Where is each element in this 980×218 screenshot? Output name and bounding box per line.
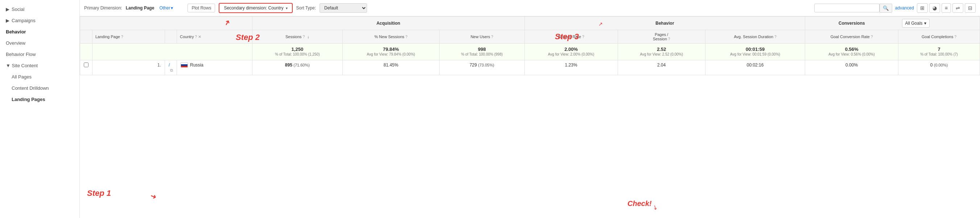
sidebar-item-behavior-flow[interactable]: Behavior Flow [0,49,80,60]
col-header-avg-session[interactable]: Avg. Session Duration ? [705,30,805,43]
sidebar-item-campaigns-label: Campaigns [12,18,35,23]
row1-sessions-pct: (71.60%) [293,63,310,67]
pie-view-button[interactable]: ◕ [929,3,940,13]
sort-type-select[interactable]: Default Weighted Absolute Change Smart [320,3,367,13]
sidebar-item-content-drilldown[interactable]: Content Drilldown [0,82,80,94]
all-goals-button[interactable]: All Goals ▾ [902,19,929,27]
goal-completions-help-icon[interactable]: ? [954,35,956,39]
row1-goal-completions-value: 0 [930,63,933,67]
pivot-view-button[interactable]: ⊟ [965,3,976,13]
row1-checkbox[interactable] [84,63,89,67]
campaigns-arrow-icon: ▶ [6,18,10,23]
primary-dimension-value: Landing Page [126,5,154,11]
sessions-sort-icon: ↓ [307,35,309,39]
col-header-copy [165,30,177,43]
sidebar-item-social[interactable]: ▶ Social [0,4,80,15]
summary-goal-conversion-rate-sub: Avg for View: 0.56% (0.00%) [809,52,894,57]
row1-new-users-value: 729 [470,63,477,67]
summary-label-cell [92,43,253,60]
sessions-help-icon[interactable]: ? [303,35,305,39]
summary-avg-session: 00:01:59 Avg for View: 00:01:59 (0.00%) [705,43,805,60]
col-header-checkbox [80,30,92,43]
row1-pct-new-sessions: 81.45% [343,60,439,75]
row1-new-users: 729 (73.05%) [439,60,525,75]
landing-page-help-icon[interactable]: ? [121,35,123,39]
summary-sessions-value: 1,250 [256,46,339,52]
summary-avg-session-sub: Avg for View: 00:01:59 (0.00%) [709,52,801,57]
group-header-conversions: Conversions [805,17,898,30]
other-link[interactable]: Other ▾ [159,5,173,11]
sidebar-item-all-pages[interactable]: All Pages [0,71,80,82]
secondary-dimension-button[interactable]: Secondary dimension: Country ▾ [219,3,292,13]
table-container: Acquisition Behavior Conversions All Goa… [80,16,980,218]
sidebar-item-content-drilldown-label: Content Drilldown [12,85,49,91]
row1-bounce-rate-value: 1.23% [565,63,578,67]
main-content: Step 1 ➜ Step 2 ➜ Step 3 ↗ Check! ↘ Prim… [80,0,980,218]
sidebar-item-landing-pages[interactable]: Landing Pages [0,94,80,105]
col-header-sessions[interactable]: Sessions ? ↓ [252,30,343,43]
all-goals-dropdown-icon: ▾ [924,21,926,26]
row1-checkbox-cell[interactable] [80,60,92,75]
summary-goal-completions: 7 % of Total: 100.00% (7) [898,43,980,60]
summary-goal-conversion-rate-value: 0.56% [809,46,894,52]
secondary-dim-label: Secondary dimension: Country [224,5,283,11]
sort-type-label: Sort Type: [296,5,316,11]
row1-page-link[interactable]: / [169,63,170,67]
pages-session-help-icon[interactable]: ? [668,37,670,41]
row1-goal-conversion-rate: 0.00% [805,60,898,75]
comparison-view-button[interactable]: ⇌ [953,3,963,13]
summary-new-users: 998 % of Total: 100.00% (998) [439,43,525,60]
pct-new-sessions-help-icon[interactable]: ? [406,35,408,39]
row1-country-label: Russia [190,63,204,67]
secondary-dim-dropdown-icon: ▾ [286,6,288,10]
row1-bounce-rate: 1.23% [525,60,618,75]
col-header-landing-page[interactable]: Landing Page ? [92,30,165,43]
sidebar: ▶ Social ▶ Campaigns Behavior Overview B… [0,0,80,218]
all-goals-th: All Goals ▾ [898,17,980,30]
grid-view-button[interactable]: ⊞ [917,3,928,13]
col-header-country[interactable]: Country ? ✕ [177,30,253,43]
col-header-bounce-rate[interactable]: Bounce Rate ? [525,30,618,43]
table-row: 1. / ⧉ Russia 895 (71.60%) [80,60,980,75]
row1-new-users-pct: (73.05%) [478,63,494,67]
country-help-icon[interactable]: ? [195,35,197,39]
row1-copy-icon[interactable]: ⧉ [170,68,173,72]
sidebar-item-landing-pages-label: Landing Pages [12,97,45,102]
list-view-button[interactable]: ≡ [942,3,951,13]
summary-checkbox-cell [80,43,92,60]
row1-page-cell: / ⧉ [165,60,177,75]
row1-goal-conversion-rate-value: 0.00% [845,63,858,67]
summary-goal-completions-value: 7 [902,46,976,52]
row1-sessions: 895 (71.60%) [252,60,343,75]
summary-sessions: 1,250 % of Total: 100.00% (1,250) [252,43,343,60]
col-header-new-users[interactable]: New Users ? [439,30,525,43]
sidebar-item-site-content[interactable]: ▼ Site Content [0,60,80,71]
goal-conversion-rate-help-icon[interactable]: ? [871,35,873,39]
bounce-rate-help-icon[interactable]: ? [582,35,584,39]
advanced-link[interactable]: advanced [895,5,914,11]
summary-goal-conversion-rate: 0.56% Avg for View: 0.56% (0.00%) [805,43,898,60]
plot-rows-button[interactable]: Plot Rows [188,4,215,12]
data-table: Acquisition Behavior Conversions All Goa… [80,16,980,75]
col-header-pct-new-sessions[interactable]: % New Sessions ? [343,30,439,43]
search-area: 🔍 [814,4,892,13]
avg-session-help-icon[interactable]: ? [774,35,776,39]
sidebar-item-overview-label: Overview [6,40,25,46]
sidebar-item-overview[interactable]: Overview [0,37,80,49]
search-button[interactable]: 🔍 [880,4,892,13]
sidebar-item-campaigns[interactable]: ▶ Campaigns [0,15,80,26]
col-header-pages-session[interactable]: Pages /Session ? [618,30,705,43]
col-header-row: Landing Page ? Country ? ✕ Sessions ? ↓ … [80,30,980,43]
summary-new-users-value: 998 [443,46,521,52]
search-input[interactable] [814,4,880,12]
sidebar-item-site-content-label: ▼ Site Content [6,63,38,68]
new-users-help-icon[interactable]: ? [491,35,493,39]
sidebar-item-behavior-flow-label: Behavior Flow [6,51,35,57]
summary-goal-completions-sub: % of Total: 100.00% (7) [902,52,976,57]
col-header-goal-conversion-rate[interactable]: Goal Conversion Rate ? [805,30,898,43]
col-header-goal-completions[interactable]: Goal Completions ? [898,30,980,43]
toolbar: Primary Dimension: Landing Page Other ▾ … [80,0,980,16]
summary-pages-session: 2.52 Avg for View: 2.52 (0.00%) [618,43,705,60]
row1-avg-session: 00:02:16 [705,60,805,75]
country-close-icon[interactable]: ✕ [198,35,201,39]
